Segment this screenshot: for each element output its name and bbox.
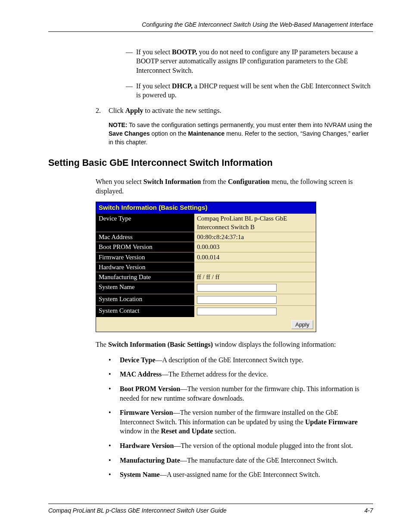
page-header: Configuring the GbE Interconnect Switch … (48, 21, 373, 32)
text-bold: Switch Information (Basic Settings) (108, 341, 213, 348)
text: The (96, 341, 108, 348)
panel-row-label: Boot PROM Version (96, 242, 194, 252)
list-item-text: Hardware Version—The version of the opti… (120, 441, 373, 451)
list-item: •MAC Address—The Ethernet address for th… (109, 370, 373, 379)
list-item-text: Manufacturing Date—The manufacture date … (120, 456, 373, 465)
text-bold: Save Changes (109, 130, 150, 137)
post-panel-paragraph: The Switch Information (Basic Settings) … (96, 340, 373, 349)
page-footer: Compaq ProLiant BL p-Class GbE Interconn… (48, 504, 373, 515)
list-item: •Firmware Version—The version number of … (109, 408, 373, 436)
text: from the (201, 178, 228, 185)
text-bold: Switch Information (143, 178, 201, 185)
bullet-icon: • (109, 384, 120, 403)
panel-row-value: Compaq ProLiant BL p-Class GbE Interconn… (194, 214, 316, 232)
text: To save the configuration settings perma… (128, 121, 372, 128)
text-bold: Configuration (228, 178, 270, 185)
list-item: •Device Type—A description of the GbE In… (109, 355, 373, 365)
list-item: •Boot PROM Version—The version number fo… (109, 384, 373, 403)
text-bold: BOOTP, (172, 48, 197, 56)
text-bold: DHCP, (172, 82, 193, 90)
sub-item-dhcp: — If you select DHCP, a DHCP request wil… (126, 81, 373, 100)
note-label: NOTE: (109, 121, 128, 128)
bullet-icon: • (109, 470, 120, 479)
text: Click (109, 107, 125, 114)
panel-row-value (194, 262, 316, 272)
panel-table: Device TypeCompaq ProLiant BL p-Class Gb… (96, 214, 316, 317)
list-item: •System Name—A user-assigned name for th… (109, 470, 373, 479)
panel-row-label: Firmware Version (96, 252, 194, 262)
info-list: •Device Type—A description of the GbE In… (96, 355, 373, 479)
text: to activate the new settings. (143, 107, 221, 114)
footer-right: 4-7 (364, 507, 373, 515)
bullet-icon: • (109, 355, 120, 365)
panel-title: Switch Information (Basic Settings) (96, 202, 316, 213)
panel-row-label: Manufacturing Date (96, 272, 194, 282)
bullet-icon: • (109, 441, 120, 451)
panel-row-label: System Contact (96, 305, 194, 317)
intro-paragraph: When you select Switch Information from … (96, 177, 373, 196)
panel-text-input[interactable] (197, 284, 277, 292)
section-heading: Setting Basic GbE Interconnect Switch In… (48, 157, 373, 169)
text: If you select (136, 48, 172, 56)
switch-info-panel: Switch Information (Basic Settings) Devi… (96, 202, 316, 332)
footer-left: Compaq ProLiant BL p-Class GbE Interconn… (48, 507, 227, 515)
panel-row-value: ff / ff / ff (194, 272, 316, 282)
panel-row-label: Mac Address (96, 232, 194, 242)
text: window displays the following informatio… (213, 341, 336, 348)
text: option on the (150, 130, 188, 137)
bullet-icon: • (109, 456, 120, 465)
list-item: •Hardware Version—The version of the opt… (109, 441, 373, 451)
panel-row-value (194, 305, 316, 317)
text-bold: Maintenance (188, 130, 224, 137)
step-number: 2. (96, 106, 109, 115)
list-item: •Manufacturing Date—The manufacture date… (109, 456, 373, 465)
panel-row-value (194, 294, 316, 305)
panel-row-label: Device Type (96, 214, 194, 232)
bullet-icon: • (109, 408, 120, 436)
bullet-icon: • (109, 370, 120, 379)
panel-text-input[interactable] (197, 308, 277, 315)
list-item-text: Device Type—A description of the GbE Int… (120, 355, 373, 365)
panel-text-input[interactable] (197, 296, 277, 304)
panel-row-label: System Name (96, 282, 194, 294)
list-item-text: Boot PROM Version—The version number for… (120, 384, 373, 403)
dash-icon: — (126, 81, 136, 100)
list-item-text: System Name—A user-assigned name for the… (120, 470, 373, 479)
list-item-text: MAC Address—The Ethernet address for the… (120, 370, 373, 379)
apply-button[interactable]: Apply (291, 320, 313, 329)
panel-row-value (194, 282, 316, 294)
note-block: NOTE: To save the configuration settings… (109, 121, 373, 146)
text: When you select (96, 178, 143, 185)
text-bold: Apply (125, 107, 143, 114)
dash-icon: — (126, 47, 136, 75)
sub-item-bootp: — If you select BOOTP, you do not need t… (126, 47, 373, 75)
panel-row-value: 0.00.003 (194, 242, 316, 252)
step-2: 2. Click Apply to activate the new setti… (96, 106, 373, 115)
panel-row-label: System Location (96, 294, 194, 305)
list-item-text: Firmware Version—The version number of t… (120, 408, 373, 436)
panel-row-value: 00:80:c8:24:37:1a (194, 232, 316, 242)
panel-row-label: Hardware Version (96, 262, 194, 272)
panel-row-value: 0.00.014 (194, 252, 316, 262)
text: If you select (136, 82, 172, 90)
